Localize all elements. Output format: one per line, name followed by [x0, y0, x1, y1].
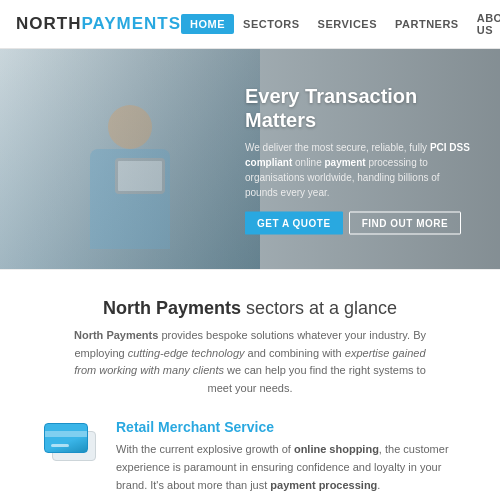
hero-buttons: GET A QUOTE FIND OUT MORE	[245, 212, 475, 235]
find-out-more-button[interactable]: FIND OUT MORE	[349, 212, 462, 235]
logo: NORTH Payments	[16, 14, 181, 34]
card-text-content: Retail Merchant Service With the current…	[116, 419, 460, 500]
card-title: Retail Merchant Service	[116, 419, 460, 435]
sectors-title: North Payments sectors at a glance	[40, 298, 460, 319]
hero-section: Every Transaction Matters We deliver the…	[0, 49, 500, 269]
nav-item-sectors[interactable]: SECTORS	[234, 14, 308, 34]
sectors-section: North Payments sectors at a glance North…	[0, 270, 500, 500]
navbar: NORTH Payments HOME SECTORS SERVICES PAR…	[0, 0, 500, 49]
nav-item-home[interactable]: HOME	[181, 14, 234, 34]
hero-content: Every Transaction Matters We deliver the…	[245, 84, 475, 235]
card-icon-container	[40, 419, 100, 461]
sectors-title-brand: North Payments	[103, 298, 241, 318]
sectors-description: North Payments provides bespoke solution…	[70, 327, 430, 397]
nav-links: HOME SECTORS SERVICES PARTNERS ABOUT US …	[181, 8, 500, 40]
card-front	[44, 423, 88, 453]
sectors-title-text: sectors at a glance	[246, 298, 397, 318]
nav-item-partners[interactable]: PARTNERS	[386, 14, 468, 34]
nav-item-about[interactable]: ABOUT US	[468, 8, 500, 40]
logo-payments: Payments	[81, 14, 181, 34]
hero-title: Every Transaction Matters	[245, 84, 475, 132]
logo-north: NORTH	[16, 14, 81, 34]
get-quote-button[interactable]: GET A QUOTE	[245, 212, 343, 235]
credit-card-stack-icon	[44, 423, 96, 461]
hero-description: We deliver the most secure, reliable, fu…	[245, 140, 475, 200]
card-description: With the current explosive growth of onl…	[116, 441, 460, 494]
retail-card: Retail Merchant Service With the current…	[40, 419, 460, 500]
nav-item-services[interactable]: SERVICES	[309, 14, 386, 34]
